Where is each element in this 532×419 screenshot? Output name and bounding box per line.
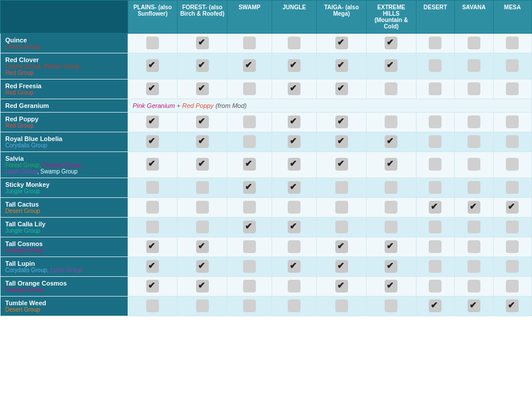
checked-box — [146, 59, 159, 72]
table-row: Tall CosmosFuchsia Group — [1, 237, 532, 257]
group-labels: Corydalis Group, Lupin Group — [5, 267, 123, 273]
check-cell — [416, 132, 454, 152]
check-cell — [178, 132, 227, 152]
unchecked-box — [429, 37, 441, 49]
plant-name-cell: Tall LupinCorydalis Group, Lupin Group — [1, 257, 128, 277]
unchecked-box — [429, 158, 441, 171]
unchecked-box — [146, 201, 159, 214]
group-label: Red Group — [5, 89, 123, 96]
table-row: Royal Blue LobeliaCorydalis Group — [1, 132, 532, 152]
unchecked-box — [196, 299, 209, 312]
check-cell — [455, 152, 493, 178]
checked-box — [335, 280, 348, 292]
check-cell — [317, 257, 367, 277]
plant-name-cell: Tall Orange CosmosFuchsia Group — [1, 277, 128, 297]
group-label: Jungle Group — [5, 227, 123, 234]
check-cell — [227, 257, 272, 277]
check-cell — [227, 152, 272, 178]
check-cell — [128, 53, 178, 80]
plant-name-text: Red Freesia — [5, 82, 123, 89]
check-cell — [128, 178, 178, 198]
checked-box — [146, 158, 159, 171]
check-cell — [493, 80, 531, 99]
unchecked-box — [468, 221, 480, 233]
checked-box — [288, 221, 301, 233]
checked-box — [196, 82, 209, 95]
checked-box — [335, 82, 348, 95]
group-labels: Cherry Group, Pitcher Group,Red Group — [5, 63, 123, 76]
unchecked-box — [288, 280, 301, 292]
checked-box — [196, 115, 209, 128]
unchecked-box — [468, 260, 480, 273]
unchecked-box — [506, 135, 519, 148]
checked-box — [335, 135, 348, 148]
table-row: Sticky MonkeyJungle Group — [1, 178, 532, 198]
check-cell — [128, 297, 178, 316]
checked-box — [196, 135, 209, 148]
check-cell — [272, 34, 317, 53]
checked-box — [335, 240, 348, 253]
checked-box — [243, 181, 256, 194]
table-row: Tall LupinCorydalis Group, Lupin Group — [1, 257, 532, 277]
plant-name-text: Royal Blue Lobelia — [5, 135, 123, 142]
checked-box — [196, 260, 209, 273]
checked-box — [288, 260, 301, 273]
check-cell — [317, 277, 367, 297]
check-cell — [455, 34, 493, 53]
unchecked-box — [429, 240, 441, 253]
table-row: Tall Orange CosmosFuchsia Group — [1, 277, 532, 297]
header-extreme: EXTREME HILLS (Mountain & Cold) — [366, 1, 416, 34]
unchecked-box — [146, 299, 159, 312]
table-row: Red PoppyRed Group — [1, 113, 532, 132]
unchecked-box — [468, 82, 480, 95]
unchecked-box — [196, 201, 209, 214]
check-cell — [272, 80, 317, 99]
unchecked-box — [468, 135, 480, 148]
check-cell — [416, 218, 454, 237]
unchecked-box — [468, 240, 480, 253]
table-row: Red CloverCherry Group, Pitcher Group,Re… — [1, 53, 532, 80]
check-cell — [178, 178, 227, 198]
check-cell — [455, 277, 493, 297]
check-cell — [227, 178, 272, 198]
check-cell — [455, 257, 493, 277]
unchecked-box — [429, 82, 441, 95]
checked-box — [196, 158, 209, 171]
check-cell — [416, 178, 454, 198]
header-swamp: SWAMP — [227, 1, 272, 34]
group-label: Red Group — [5, 122, 123, 129]
unchecked-box — [196, 221, 209, 233]
checked-box — [385, 59, 397, 72]
header-savana: SAVANA — [455, 1, 493, 34]
check-cell — [178, 80, 227, 99]
check-cell — [493, 113, 531, 132]
checked-box — [335, 260, 348, 273]
check-cell — [493, 178, 531, 198]
check-cell — [227, 198, 272, 218]
checked-box — [146, 280, 159, 292]
unchecked-box — [506, 37, 519, 49]
check-cell — [416, 297, 454, 316]
unchecked-box — [385, 181, 397, 194]
checked-box — [196, 280, 209, 292]
header-jungle: JUNGLE — [272, 1, 317, 34]
check-cell — [272, 237, 317, 257]
table-row: SalviaForest Group, Fuchsia Group,Lupin … — [1, 152, 532, 178]
plant-name-cell: SalviaForest Group, Fuchsia Group,Lupin … — [1, 152, 128, 178]
unchecked-box — [506, 240, 519, 253]
check-cell — [493, 257, 531, 277]
check-cell — [178, 237, 227, 257]
check-cell — [272, 297, 317, 316]
checked-box — [385, 260, 397, 273]
check-cell — [128, 257, 178, 277]
check-cell — [455, 297, 493, 316]
check-cell — [272, 257, 317, 277]
check-cell — [272, 132, 317, 152]
check-cell — [366, 80, 416, 99]
unchecked-box — [506, 280, 519, 292]
table-row: Tumble WeedDesert Group — [1, 297, 532, 316]
unchecked-box — [429, 181, 441, 194]
check-cell — [227, 34, 272, 53]
check-cell — [227, 53, 272, 80]
unchecked-box — [385, 201, 397, 214]
